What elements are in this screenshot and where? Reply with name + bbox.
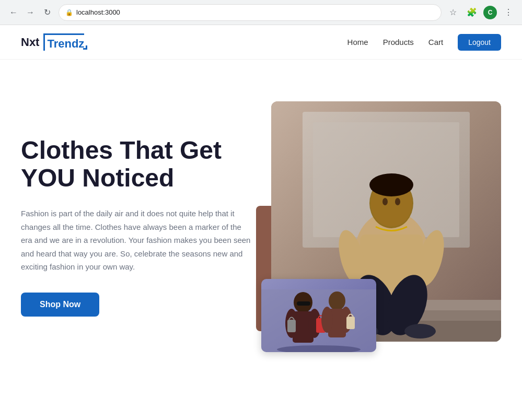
svg-point-11 xyxy=(395,198,400,205)
svg-point-30 xyxy=(321,307,333,333)
svg-point-18 xyxy=(404,324,436,339)
hero-section: Clothes That Get YOU Noticed Fashion is … xyxy=(0,60,522,383)
extensions-button[interactable]: 🧩 xyxy=(465,5,479,20)
svg-rect-33 xyxy=(346,317,355,329)
svg-rect-26 xyxy=(297,301,310,306)
profile-avatar[interactable]: C xyxy=(483,6,497,19)
browser-chrome: ← → ↻ 🔒 localhost:3000 ☆ 🧩 C ⋮ xyxy=(0,0,522,25)
svg-point-28 xyxy=(329,291,345,310)
svg-point-19 xyxy=(369,173,413,196)
small-hero-svg xyxy=(261,279,376,352)
menu-button[interactable]: ⋮ xyxy=(501,5,516,20)
svg-rect-32 xyxy=(287,320,296,332)
hero-content: Clothes That Get YOU Noticed Fashion is … xyxy=(21,137,251,316)
forward-button[interactable]: → xyxy=(23,5,38,20)
hero-small-image xyxy=(261,279,376,352)
svg-point-10 xyxy=(382,198,388,205)
navbar: Nxt Trendz Home Products Cart Logout xyxy=(0,25,522,60)
hero-images xyxy=(272,101,502,352)
logo-trendz: Trendz xyxy=(47,37,84,50)
logo-nxt: Nxt xyxy=(21,36,39,49)
star-button[interactable]: ☆ xyxy=(446,5,460,20)
nav-products-link[interactable]: Products xyxy=(383,38,414,46)
nav-cart-link[interactable]: Cart xyxy=(428,38,443,46)
nav-home-link[interactable]: Home xyxy=(347,38,368,46)
logout-button[interactable]: Logout xyxy=(458,34,501,51)
app-container: Nxt Trendz Home Products Cart Logout Clo… xyxy=(0,25,522,420)
url-text: localhost:3000 xyxy=(76,8,120,16)
browser-actions: ☆ 🧩 C ⋮ xyxy=(446,5,516,20)
logo: Nxt Trendz xyxy=(21,33,87,51)
hero-title: Clothes That Get YOU Noticed xyxy=(21,137,251,192)
browser-nav-buttons: ← → ↻ xyxy=(6,5,54,20)
lock-icon: 🔒 xyxy=(65,9,73,16)
shop-now-button[interactable]: Shop Now xyxy=(21,293,99,317)
back-button[interactable]: ← xyxy=(6,5,21,20)
nav-links: Home Products Cart Logout xyxy=(347,34,501,51)
address-bar[interactable]: 🔒 localhost:3000 xyxy=(59,4,442,21)
hero-description: Fashion is part of the daily air and it … xyxy=(21,207,251,274)
refresh-button[interactable]: ↻ xyxy=(40,5,54,20)
